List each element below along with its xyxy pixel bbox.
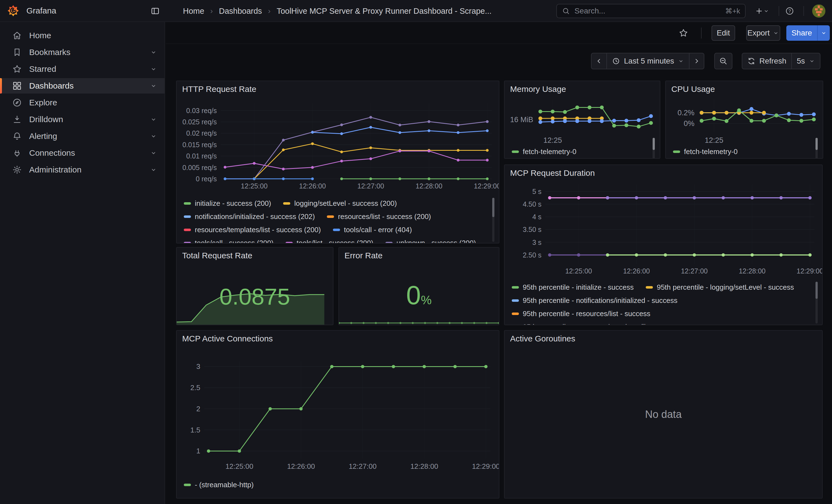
legend-swatch — [673, 151, 680, 153]
legend-label: notifications/initialized - success (202… — [195, 212, 315, 221]
breadcrumb-current: ToolHive MCP Server & Proxy Runner Dashb… — [277, 7, 491, 16]
legend-label: 95th percentile - logging/setLevel - suc… — [657, 283, 794, 292]
help-icon: ? — [785, 6, 794, 16]
legend-scrollbar[interactable] — [492, 198, 494, 242]
legend-label: logging/setLevel - success (200) — [294, 199, 397, 208]
panel-title[interactable]: Active Goroutines — [510, 334, 575, 343]
breadcrumb-separator: › — [268, 7, 270, 16]
favorite-star-button[interactable] — [676, 25, 691, 41]
panel-active-goroutines: Active Goroutines No data — [504, 330, 823, 499]
legend-label: 95th percentile - initialize - success — [523, 283, 634, 292]
search-box[interactable]: ⌘+k — [556, 4, 746, 18]
share-button[interactable]: Share — [786, 25, 817, 41]
svg-text:12:25:00: 12:25:00 — [241, 182, 267, 190]
chevron-down-icon[interactable] — [150, 82, 157, 89]
svg-text:3 s: 3 s — [532, 239, 542, 246]
chevron-down-icon[interactable] — [150, 166, 157, 173]
legend-item[interactable]: tools/list - success (200) — [286, 239, 373, 244]
chevron-down-icon[interactable] — [150, 133, 157, 139]
sidebar-item-dashboards[interactable]: Dashboards — [0, 78, 164, 94]
legend-item[interactable]: 95th percentile - logging/setLevel - suc… — [646, 283, 794, 292]
search-input[interactable] — [574, 7, 721, 16]
time-range-picker[interactable]: Last 5 minutes — [606, 53, 689, 69]
legend-item[interactable]: tools/call - success (200) — [184, 239, 274, 244]
svg-text:16 MiB: 16 MiB — [510, 115, 533, 124]
svg-text:0.015 req/s: 0.015 req/s — [182, 141, 217, 149]
legend-scrollbar[interactable] — [815, 282, 818, 323]
legend-item[interactable]: - (streamable-http) — [184, 481, 254, 489]
legend-item[interactable]: 95th percentile - notifications/initiali… — [512, 296, 677, 305]
add-button[interactable] — [752, 4, 773, 18]
http-legend: initialize - success (200)logging/setLev… — [184, 197, 491, 243]
legend-swatch — [333, 229, 340, 231]
edit-button[interactable]: Edit — [711, 25, 735, 41]
zoom-out-button[interactable] — [714, 53, 732, 69]
refresh-interval-picker[interactable]: 5s — [791, 53, 820, 69]
panel-title[interactable]: MCP Request Duration — [510, 168, 595, 178]
avatar[interactable] — [812, 4, 825, 18]
legend-item[interactable]: 95th percentile - resources/templates/li… — [512, 323, 683, 325]
svg-text:0.01 req/s: 0.01 req/s — [186, 152, 217, 160]
chevron-down-icon[interactable] — [150, 66, 157, 72]
chevron-down-icon[interactable] — [150, 49, 157, 56]
legend-label: resources/list - success (200) — [338, 212, 431, 221]
svg-text:2: 2 — [197, 405, 200, 413]
legend-item[interactable]: tools/call - error (404) — [333, 226, 412, 234]
svg-text:?: ? — [788, 8, 791, 14]
sidebar-item-label: Connections — [29, 148, 75, 158]
panel-title[interactable]: Total Request Rate — [182, 251, 252, 260]
time-shift-forward-button[interactable] — [689, 53, 704, 69]
sidebar-item-administration[interactable]: Administration — [0, 162, 164, 178]
chevron-down-icon — [763, 8, 769, 14]
sidebar-item-alerting[interactable]: Alerting — [0, 129, 164, 144]
sidebar-toggle-icon[interactable] — [149, 4, 162, 18]
sidebar-item-starred[interactable]: Starred — [0, 61, 164, 77]
legend-item[interactable]: unknown - success (200) — [386, 239, 476, 244]
sidebar-item-home[interactable]: Home — [0, 28, 164, 43]
legend-item[interactable]: notifications/initialized - success (202… — [184, 212, 315, 221]
svg-text:12:27:00: 12:27:00 — [681, 267, 708, 275]
legend-swatch — [286, 242, 293, 244]
legend-item[interactable]: 95th percentile - resources/list - succe… — [512, 310, 650, 318]
legend-scrollbar[interactable] — [653, 138, 655, 159]
breadcrumb-home[interactable]: Home — [183, 7, 204, 16]
time-shift-back-button[interactable] — [592, 53, 606, 69]
clock-icon — [612, 57, 620, 65]
panel-title[interactable]: Memory Usage — [510, 84, 566, 94]
svg-text:12:27:00: 12:27:00 — [348, 462, 376, 471]
no-data-message: No data — [504, 331, 822, 498]
legend-item[interactable]: initialize - success (200) — [184, 199, 271, 208]
legend-item[interactable]: fetch-telemetry-0 — [512, 148, 576, 156]
panel-title[interactable]: CPU Usage — [671, 84, 715, 94]
panel-title[interactable]: HTTP Request Rate — [182, 84, 256, 94]
svg-text:2.50 s: 2.50 s — [523, 251, 542, 259]
sidebar-item-connections[interactable]: Connections — [0, 145, 164, 161]
svg-text:1: 1 — [197, 447, 200, 455]
legend-item[interactable]: resources/templates/list - success (200) — [184, 226, 321, 234]
panel-title[interactable]: Error Rate — [344, 251, 383, 260]
sidebar-item-drilldown[interactable]: Drilldown — [0, 112, 164, 127]
legend-item[interactable]: fetch-telemetry-0 — [673, 148, 738, 156]
sidebar-item-bookmarks[interactable]: Bookmarks — [0, 45, 164, 60]
legend-swatch — [184, 242, 191, 244]
panel-title[interactable]: MCP Active Connections — [182, 334, 273, 343]
breadcrumb-dashboards[interactable]: Dashboards — [219, 7, 262, 16]
chevron-down-icon[interactable] — [150, 116, 157, 123]
share-caret-button[interactable] — [817, 25, 830, 41]
legend-item[interactable]: resources/list - success (200) — [327, 212, 431, 221]
grafana-logo-icon — [7, 5, 19, 17]
legend-scrollbar[interactable] — [815, 138, 818, 159]
brand-name: Grafana — [26, 6, 56, 16]
refresh-group: Refresh 5s — [742, 53, 821, 69]
legend-item[interactable]: logging/setLevel - success (200) — [283, 199, 397, 208]
refresh-button[interactable]: Refresh — [742, 53, 791, 69]
chevron-down-icon[interactable] — [150, 150, 157, 156]
brand[interactable]: Grafana — [0, 5, 56, 17]
export-button[interactable]: Export — [746, 25, 780, 41]
chevron-down-icon — [821, 30, 827, 36]
help-button[interactable]: ? — [783, 4, 796, 18]
toolbar-divider — [701, 27, 702, 38]
svg-text:12:27:00: 12:27:00 — [357, 182, 384, 190]
sidebar-item-explore[interactable]: Explore — [0, 95, 164, 110]
legend-item[interactable]: 95th percentile - initialize - success — [512, 283, 634, 292]
